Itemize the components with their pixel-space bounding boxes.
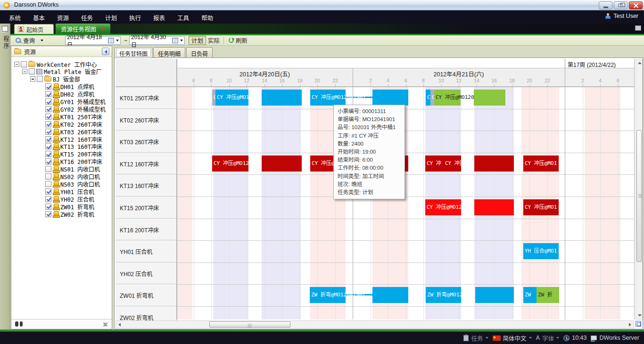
tree-checkbox[interactable]	[45, 204, 51, 210]
status-item-flag[interactable]: 简体中文	[493, 334, 532, 343]
tree-item[interactable]: NS03 内收口机	[38, 180, 100, 188]
task-bar[interactable]: CY 冲压@MO12041901	[215, 90, 248, 106]
tree-checkbox[interactable]	[45, 188, 51, 195]
menu-item-2[interactable]: 资源	[51, 10, 75, 24]
task-bar[interactable]: CY 冲压@MO12041904	[444, 156, 461, 172]
tree-checkbox[interactable]	[45, 173, 51, 180]
user-area[interactable]: Test User	[605, 13, 638, 19]
scroll-down-icon[interactable]	[638, 314, 642, 317]
tree-item[interactable]: KT03 260T冲床	[38, 128, 102, 135]
date-from-field[interactable]: 2012年 4月18日	[65, 36, 121, 45]
tree-checkbox[interactable]	[45, 143, 51, 149]
tree-checkbox[interactable]	[45, 196, 51, 202]
task-bar[interactable]: C	[430, 90, 434, 106]
vertical-scroll-thumb[interactable]	[636, 130, 642, 262]
dropdown-icon[interactable]	[556, 337, 559, 339]
task-bar[interactable]: ZW 折弯@MO12041901	[426, 287, 461, 303]
find-icon[interactable]	[15, 321, 23, 327]
tree-item[interactable]: KT12 160T冲床	[38, 135, 102, 143]
task-bar[interactable]	[372, 90, 408, 106]
task-bar[interactable]: CY 冲压@MO12041901	[310, 90, 346, 106]
menu-item-7[interactable]: 工具	[171, 10, 195, 24]
vertical-scrollbar[interactable]	[636, 59, 643, 319]
tree-checkbox[interactable]	[45, 211, 51, 217]
query-button[interactable]: 查询	[13, 36, 46, 45]
tree-item[interactable]: KT16 200T冲床	[38, 158, 102, 165]
plan-toggle-button[interactable]: 计划	[189, 36, 206, 45]
tree-checkbox[interactable]	[45, 166, 51, 172]
task-bar[interactable]: ZW 折弯@MO12041901	[310, 287, 346, 303]
menu-item-0[interactable]: 系统	[3, 10, 27, 24]
tab-home-page[interactable]: 起始页	[14, 24, 54, 34]
status-item-server[interactable]: DWorks Server	[591, 335, 639, 341]
task-bar[interactable]: ZW 折	[537, 287, 559, 303]
tree-checkbox[interactable]	[45, 181, 51, 187]
view-tab-1[interactable]: 任务明细	[153, 47, 185, 57]
tree-item[interactable]: DH01 点焊机	[38, 83, 94, 90]
tree-item[interactable]: NS01 内收口机	[38, 165, 100, 173]
tree-checkbox[interactable]	[45, 106, 51, 112]
tab-close-icon[interactable]	[100, 26, 105, 32]
scroll-corner-icon[interactable]	[636, 321, 641, 327]
tree-expander-icon[interactable]	[14, 62, 19, 67]
tree-checkbox[interactable]	[21, 61, 27, 67]
tree-item[interactable]: KT02 260T冲床	[38, 120, 102, 128]
tree-item[interactable]: ZW02 折弯机	[38, 210, 94, 218]
task-bar[interactable]: ZW	[523, 287, 537, 303]
window-list-icon[interactable]	[635, 25, 641, 31]
menu-item-8[interactable]: 帮助	[195, 10, 219, 24]
task-bar[interactable]	[474, 90, 505, 106]
query-dropdown-icon[interactable]	[41, 40, 43, 41]
tree-item[interactable]: DH02 点焊机	[38, 90, 94, 98]
tree-checkbox[interactable]	[45, 136, 51, 142]
task-bar[interactable]: CY 冲压@MO1	[523, 156, 559, 172]
menu-item-4[interactable]: 计划	[99, 10, 123, 24]
panel-close-icon[interactable]	[103, 322, 108, 327]
task-bar[interactable]	[474, 199, 514, 215]
tree-item[interactable]: KT01 250T冲床	[38, 113, 102, 120]
task-bar[interactable]: CY 冲压@MO1	[523, 199, 559, 215]
panel-collapse-button[interactable]	[102, 48, 109, 55]
tree-item[interactable]: GY02 外桶成型机	[38, 105, 106, 113]
tree-item[interactable]: Metal Plate 钣金厂	[22, 68, 102, 75]
tree-checkbox[interactable]	[45, 83, 51, 90]
menu-item-1[interactable]: 基本	[27, 10, 51, 24]
tree-item[interactable]: ZW01 折弯机	[38, 203, 94, 210]
tree-checkbox[interactable]	[37, 76, 43, 82]
view-tab-0[interactable]: 任务甘特图	[115, 47, 152, 58]
tree-checkbox[interactable]	[45, 121, 51, 127]
tree-checkbox[interactable]	[45, 151, 51, 157]
scroll-right-icon[interactable]	[629, 323, 631, 327]
tree-item[interactable]: KT15 200T冲床	[38, 150, 102, 158]
tree-item[interactable]: YH02 压合机	[38, 195, 94, 203]
tree-item[interactable]: KT13 160T冲床	[38, 143, 102, 150]
tree-checkbox[interactable]	[45, 98, 51, 105]
menu-item-6[interactable]: 报表	[147, 10, 171, 24]
tree-checkbox[interactable]	[45, 91, 51, 97]
status-item-fontA[interactable]: A字体	[536, 334, 560, 343]
scroll-left-icon[interactable]	[118, 323, 121, 327]
calendar-icon[interactable]	[108, 38, 114, 43]
task-bar[interactable]: C	[426, 90, 430, 106]
menu-item-5[interactable]: 执行	[123, 10, 147, 24]
task-bar[interactable]: CY 冲压@MO12041904	[212, 156, 248, 172]
tree-checkbox[interactable]	[45, 129, 51, 135]
date-from-dropdown-icon[interactable]	[116, 40, 119, 41]
tree-checkbox[interactable]	[45, 114, 51, 120]
horizontal-scroll-thumb[interactable]	[209, 321, 290, 328]
tree-checkbox[interactable]	[45, 158, 51, 164]
close-button[interactable]	[629, 1, 643, 9]
tree-item[interactable]: BJ 钣金部	[30, 75, 80, 83]
task-bar[interactable]: CY 冲压@MO12041903	[425, 199, 461, 215]
task-bar[interactable]	[474, 156, 514, 172]
status-item-tasks[interactable]: 任务	[463, 334, 488, 343]
date-to-dropdown-icon[interactable]	[180, 40, 183, 41]
tree-expander-icon[interactable]	[22, 69, 27, 74]
date-to-field[interactable]: 2012年 4月30日	[129, 36, 185, 45]
tree-item[interactable]: NS02 内收口机	[38, 173, 100, 180]
status-item-clock[interactable]: 10:43	[563, 335, 586, 341]
task-bar[interactable]: YH 压合@MO1	[523, 243, 559, 259]
horizontal-scrollbar[interactable]	[116, 320, 634, 328]
tree-item[interactable]: YH01 压合机	[38, 188, 94, 195]
view-tab-2[interactable]: 日负荷	[186, 47, 213, 57]
